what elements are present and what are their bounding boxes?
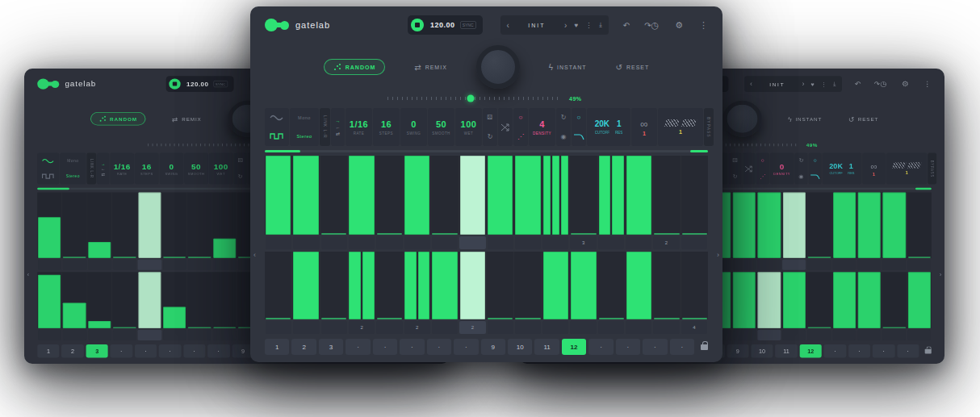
seq-step[interactable]	[856, 272, 882, 328]
step-number-button[interactable]: ·	[824, 344, 846, 358]
preset-menu-icon[interactable]: ⋮	[821, 81, 827, 86]
step-division-cell[interactable]: 2	[653, 236, 679, 249]
next-preset-button[interactable]: ›	[802, 81, 804, 88]
smooth-control[interactable]: 50SMOOTH	[184, 153, 208, 185]
gate-bar[interactable]	[758, 193, 781, 258]
gate-bar[interactable]	[571, 233, 596, 235]
step-division-cell[interactable]	[807, 260, 831, 270]
step-division-cell[interactable]	[266, 236, 291, 249]
gate-bar[interactable]	[377, 233, 402, 235]
gate-bar[interactable]	[654, 318, 679, 319]
filter-circle-icon[interactable]: ○	[813, 157, 816, 165]
link-lr-toggle[interactable]: LINK L-R	[90, 159, 94, 178]
gate-bar[interactable]	[404, 156, 429, 235]
gate-bar[interactable]	[543, 252, 568, 319]
step-division-cell[interactable]: 4	[681, 321, 707, 334]
seq-step[interactable]	[831, 272, 856, 328]
gate-bar[interactable]	[38, 275, 61, 328]
step-division-cell[interactable]	[807, 330, 831, 340]
main-knob[interactable]	[476, 45, 520, 89]
seq-step[interactable]	[265, 252, 291, 319]
seq-step[interactable]	[161, 193, 186, 258]
step-division-cell[interactable]	[63, 260, 86, 270]
gate-bar[interactable]	[163, 307, 186, 328]
seq-step[interactable]	[597, 252, 625, 319]
gate-bar[interactable]	[733, 272, 756, 328]
gate-bar[interactable]	[626, 252, 651, 319]
gate-bar[interactable]	[908, 272, 931, 328]
step-division-cell[interactable]	[321, 236, 347, 249]
step-number-button[interactable]: 1	[37, 344, 59, 358]
seq-step[interactable]	[375, 252, 403, 319]
gate-bar[interactable]	[858, 193, 881, 258]
step-division-cell[interactable]	[293, 236, 319, 249]
timer-icon[interactable]: ◷	[651, 20, 660, 31]
play-forward-button[interactable]: →	[336, 119, 341, 123]
gate-bar[interactable]	[599, 156, 611, 235]
settings-gear-icon[interactable]: ⚙	[675, 20, 683, 31]
gate-bar[interactable]	[293, 252, 318, 319]
infinity-control[interactable]: ∞ 1	[631, 108, 657, 146]
seq-step[interactable]	[86, 272, 111, 328]
undo-icon[interactable]: ↶	[855, 81, 861, 88]
step-number-button[interactable]: ·	[183, 344, 205, 358]
seq-step[interactable]	[111, 193, 136, 258]
mono-button[interactable]: Mono	[298, 115, 311, 120]
step-division-cell[interactable]	[266, 321, 291, 334]
dice-icon[interactable]: ⚄	[237, 157, 242, 165]
remix-button[interactable]: ⇄ REMIX	[172, 115, 202, 123]
bpm-value[interactable]: 120.00	[430, 21, 455, 29]
preset-name[interactable]: INIT	[752, 81, 802, 86]
random-button[interactable]: RANDOM	[324, 59, 386, 75]
step-division-cell[interactable]: 2	[404, 321, 430, 334]
seq-step[interactable]	[211, 272, 237, 328]
gate-bar[interactable]	[515, 156, 540, 235]
filter-curve-icon[interactable]	[572, 127, 586, 147]
shuffle-control[interactable]	[743, 153, 756, 185]
reset-button[interactable]: ↺ RESET	[848, 115, 879, 123]
bpm-value[interactable]: 120.00	[186, 81, 209, 87]
density-scatter-icon[interactable]: ⋰	[760, 173, 765, 180]
step-division-cell[interactable]	[38, 260, 61, 270]
step-division-cell[interactable]	[542, 321, 568, 334]
step-division-cell[interactable]	[488, 321, 513, 334]
step-number-button[interactable]: 2	[291, 339, 316, 355]
step-division-cell[interactable]	[349, 236, 375, 249]
step-division-cell[interactable]	[432, 236, 458, 249]
seq-step[interactable]	[569, 156, 597, 235]
sine-wave-button[interactable]	[37, 153, 59, 169]
step-division-cell[interactable]: 2	[459, 321, 485, 334]
lock-icon[interactable]	[701, 344, 708, 350]
gate-bar[interactable]	[88, 321, 111, 328]
step-number-button[interactable]: ·	[588, 339, 613, 355]
step-number-button[interactable]: 3	[86, 344, 107, 358]
gate-bar[interactable]	[488, 318, 513, 319]
favorite-icon[interactable]: ♥	[811, 81, 815, 86]
seq-step[interactable]	[806, 272, 831, 328]
gate-row-bottom[interactable]	[265, 252, 708, 319]
step-number-button[interactable]: ·	[616, 339, 640, 355]
step-number-button[interactable]: ·	[159, 344, 181, 358]
step-number-button[interactable]: ·	[643, 339, 667, 355]
gate-bar[interactable]	[113, 256, 136, 258]
gate-bar[interactable]	[758, 272, 781, 328]
step-number-button[interactable]: 9	[481, 339, 505, 355]
kebab-menu-icon[interactable]: ⋮	[699, 20, 708, 31]
preset-name[interactable]: INIT	[509, 23, 564, 28]
seq-step[interactable]	[136, 193, 161, 258]
gate-bar[interactable]	[833, 193, 856, 258]
step-number-button[interactable]: ·	[897, 344, 919, 358]
step-division-cell[interactable]	[907, 260, 931, 270]
filter-target-icon[interactable]: ◉	[798, 173, 803, 180]
step-division-cell[interactable]	[626, 321, 651, 334]
gate-bar[interactable]	[138, 193, 161, 258]
seq-step[interactable]	[161, 272, 186, 328]
step-division-cell[interactable]: 2	[349, 321, 375, 334]
step-division-cell[interactable]	[757, 330, 781, 340]
gate-bar[interactable]	[833, 272, 856, 328]
step-division-cell[interactable]	[598, 321, 624, 334]
gate-bar[interactable]	[321, 233, 346, 235]
gate-bar[interactable]	[488, 156, 513, 235]
seq-step[interactable]	[907, 193, 932, 258]
seq-step[interactable]	[569, 252, 597, 319]
